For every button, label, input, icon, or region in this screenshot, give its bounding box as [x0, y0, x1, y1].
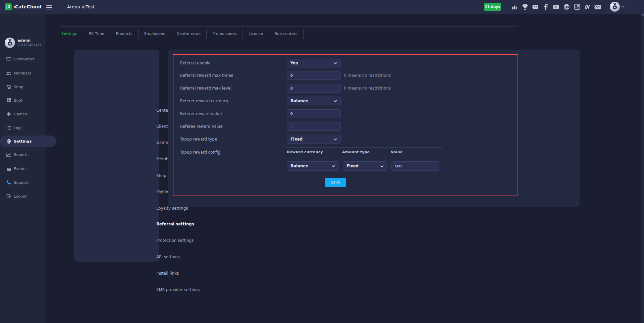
sidebar-item-label: Settings: [14, 139, 32, 144]
chevron-down-icon: [380, 165, 384, 167]
tab-employees[interactable]: Employees: [139, 29, 171, 39]
helper-text: 0 means no restrictions: [344, 86, 391, 91]
tab-pc-time[interactable]: PC Time: [83, 29, 110, 39]
field-label-referer-reward-value: Referer reward value: [180, 111, 222, 116]
referee-reward-value-input[interactable]: [287, 122, 341, 131]
icafecloud-app-icon[interactable]: [574, 4, 580, 10]
facebook-icon[interactable]: [542, 4, 549, 10]
user-id: 005193482475: [17, 43, 41, 47]
sidebar-item-games[interactable]: Games: [0, 108, 46, 120]
save-button[interactable]: Save: [325, 178, 346, 187]
ranking-icon[interactable]: [511, 4, 518, 10]
topbar-divider: [57, 0, 57, 14]
menu-item-protection-settings[interactable]: Protection settings: [156, 237, 194, 244]
user-avatar[interactable]: [610, 2, 620, 12]
tab-sub-centers[interactable]: Sub centers: [269, 29, 304, 39]
sidebar-item-support[interactable]: Support: [0, 177, 46, 188]
menu-item-sms-provider-settings[interactable]: SMS provider settings: [156, 286, 200, 293]
sidebar-item-label: Games: [14, 112, 27, 116]
topup-reward-type-select[interactable]: Fixed: [287, 135, 341, 144]
logs-icon: [6, 125, 11, 130]
members-icon: [6, 70, 11, 76]
field-label-topup-reward-type: Topup reward type: [180, 137, 217, 142]
partner-logo-icon[interactable]: [584, 4, 591, 10]
field-label-referral-enable: Referral enable: [180, 60, 211, 66]
tab-settings[interactable]: Settings: [56, 29, 83, 39]
sidebar-item-events[interactable]: Events: [0, 163, 46, 174]
events-icon: [6, 166, 11, 171]
sidebar-item-label: Boot: [14, 98, 22, 103]
chevron-down-icon: [334, 100, 337, 102]
hamburger-menu-icon[interactable]: [46, 4, 52, 9]
sidebar-item-computers[interactable]: Computers: [0, 53, 46, 65]
menu-item-install-links[interactable]: Install links: [156, 270, 179, 277]
discord-icon[interactable]: [532, 4, 539, 10]
tab-center-news[interactable]: Center news: [171, 29, 207, 39]
globe-icon[interactable]: [563, 4, 570, 10]
brand-name: iCafeCloud: [13, 0, 42, 14]
sidebar-item-label: Events: [14, 167, 26, 171]
menu-item-referral-settings[interactable]: Referral settings: [156, 221, 194, 227]
column-header-amount-type: Amount type: [342, 150, 370, 155]
config-amount-type-value: Fixed: [346, 164, 380, 168]
menu-item-api-settings[interactable]: API settings: [156, 254, 180, 260]
column-header-value: Value: [391, 150, 402, 155]
referral-reward-max-times-input[interactable]: [287, 71, 341, 80]
field-label-referee-reward-value: Referee reward value: [180, 124, 223, 129]
license-days-badge[interactable]: 21 days: [484, 3, 501, 11]
referer-reward-value-input[interactable]: [287, 109, 341, 118]
icafecloud-logo-icon: |2: [5, 3, 12, 10]
sidebar-item-members[interactable]: Members: [0, 67, 46, 79]
settings-menu-panel: Center settings Client settings Game set…: [74, 50, 159, 262]
column-header-reward-currency: Reward currency: [287, 150, 323, 155]
config-amount-type-select[interactable]: Fixed: [343, 161, 387, 171]
chevron-down-icon: [332, 165, 335, 167]
page-scrollbar-track[interactable]: [641, 0, 644, 323]
sidebar-item-label: Support: [14, 180, 29, 185]
topup-reward-type-value: Fixed: [290, 137, 334, 142]
center-title: Arena aiTest: [67, 0, 95, 14]
support-icon: [6, 180, 11, 185]
shop-icon: [6, 84, 11, 90]
sidebar-item-boot[interactable]: Boot: [0, 95, 46, 106]
logout-icon: [6, 194, 11, 199]
tab-license[interactable]: License: [243, 29, 269, 39]
trophy-icon[interactable]: [522, 4, 528, 10]
sidebar-item-reports[interactable]: Reports: [0, 149, 46, 160]
field-label-referral-reward-max-times: Referral reward max times: [180, 73, 233, 78]
tab-promo-codes[interactable]: Promo codes: [207, 29, 243, 39]
tabs-top-rule: [60, 26, 518, 27]
youtube-icon[interactable]: [553, 4, 559, 10]
sidebar-item-label: Logs: [14, 126, 22, 130]
referer-reward-currency-select[interactable]: Balance: [287, 97, 341, 105]
sidebar-item-label: Reports: [14, 153, 29, 157]
config-table-header-border: [287, 158, 442, 158]
referral-enable-value: Yes: [290, 61, 334, 65]
field-label-topup-reward-config: Topup reward config: [180, 150, 220, 155]
sidebar-item-logout[interactable]: Logout: [0, 191, 46, 202]
settings-icon: [6, 139, 11, 144]
chevron-down-icon[interactable]: [622, 5, 625, 8]
referral-enable-select[interactable]: Yes: [287, 59, 341, 67]
config-reward-currency-value: Balance: [290, 164, 332, 168]
tab-products[interactable]: Products: [110, 29, 139, 39]
config-reward-currency-select[interactable]: Balance: [287, 161, 339, 171]
main-sidebar: admin 005193482475 Computers Members Sho…: [0, 14, 46, 323]
mail-icon[interactable]: [594, 4, 601, 10]
referral-reward-max-level-input[interactable]: [287, 84, 341, 93]
chevron-down-icon: [334, 138, 337, 141]
helper-text: 0 means no restrictions: [344, 73, 391, 78]
field-label-referer-reward-currency: Referer reward currency: [180, 98, 228, 104]
section-tabs: Settings PC Time Products Employees Cent…: [56, 29, 304, 39]
sidebar-item-logs[interactable]: Logs: [0, 122, 46, 133]
sidebar-item-settings[interactable]: Settings: [0, 136, 56, 147]
sidebar-item-label: Computers: [14, 57, 35, 61]
sidebar-item-label: Logout: [14, 194, 27, 199]
field-label-referral-reward-max-level: Referral reward max level: [180, 86, 231, 91]
sidebar-user-avatar[interactable]: [5, 38, 15, 48]
sidebar-item-shop[interactable]: Shop: [0, 81, 46, 93]
computers-icon: [6, 56, 11, 62]
config-value-input[interactable]: [391, 161, 439, 171]
top-bar: |2 iCafeCloud Arena aiTest 21 days: [0, 0, 644, 14]
boot-icon: [6, 98, 11, 103]
